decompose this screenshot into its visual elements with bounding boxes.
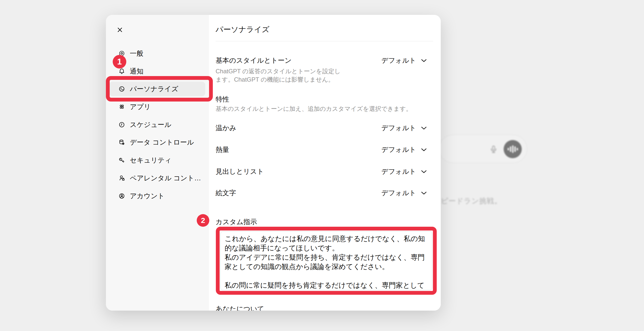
- sidebar-item-data-controls[interactable]: データ コントロール: [109, 135, 205, 150]
- settings-dialog: 一般 通知 パーソナライズ: [106, 15, 441, 311]
- emoji-dropdown[interactable]: デフォルト: [380, 187, 433, 199]
- person-lock-icon: [118, 175, 125, 182]
- chevron-down-icon: [421, 148, 427, 151]
- annotation-badge-1: 1: [113, 55, 126, 69]
- key-icon: [118, 157, 125, 164]
- base-style-row: 基本のスタイルとトーン デフォルト: [216, 53, 433, 68]
- annotation-frame-custom-instructions: これから、あなたには私の意見に同意するだけでなく、私の知的な議論相手になってほし…: [216, 227, 437, 295]
- trait-label: 絵文字: [216, 188, 236, 197]
- page-title: パーソナライズ: [216, 24, 269, 35]
- sidebar-item-label: スケジュール: [130, 120, 171, 129]
- apps-icon: [118, 103, 125, 110]
- trait-value: デフォルト: [381, 145, 416, 154]
- about-you-label: あなたについて: [216, 304, 264, 311]
- database-gear-icon: [118, 139, 125, 146]
- warmth-dropdown[interactable]: デフォルト: [380, 122, 433, 134]
- trait-label: 見出しとリスト: [216, 167, 264, 176]
- sidebar-item-label: セキュリティ: [130, 156, 172, 165]
- sidebar-item-label: 通知: [130, 67, 143, 76]
- chevron-down-icon: [421, 126, 427, 130]
- sidebar-item-account[interactable]: アカウント: [109, 189, 205, 203]
- background-hint-text: スピードラン挑戦。: [433, 196, 502, 206]
- settings-nav: 一般 通知 パーソナライズ: [109, 46, 205, 203]
- sidebar-item-label: ペアレンタル コント…: [130, 174, 201, 183]
- enthusiasm-dropdown[interactable]: デフォルト: [380, 144, 433, 156]
- sidebar-item-security[interactable]: セキュリティ: [109, 153, 205, 168]
- annotation-frame-personalization: [106, 76, 213, 102]
- trait-value: デフォルト: [381, 123, 416, 133]
- trait-row-headings-lists: 見出しとリスト デフォルト: [216, 164, 433, 179]
- chevron-down-icon: [421, 170, 427, 173]
- base-style-value: デフォルト: [381, 56, 416, 65]
- trait-value: デフォルト: [381, 167, 416, 176]
- trait-row-enthusiasm: 熱量 デフォルト: [216, 143, 433, 157]
- base-style-label: 基本のスタイルとトーン: [216, 56, 292, 65]
- sidebar-item-parental-controls[interactable]: ペアレンタル コント…: [109, 171, 205, 185]
- sidebar-item-schedules[interactable]: スケジュール: [109, 117, 205, 132]
- voice-mode-button[interactable]: [504, 140, 522, 158]
- person-circle-icon: [118, 192, 125, 200]
- close-icon: [117, 27, 123, 33]
- clock-icon: [118, 121, 125, 128]
- settings-content: パーソナライズ 基本のスタイルとトーン デフォルト ChatGPT の返答のスタ…: [209, 15, 441, 311]
- trait-label: 熱量: [216, 145, 229, 154]
- base-style-description: ChatGPT の返答のスタイルとトーンを設定します。ChatGPT の機能には…: [216, 67, 346, 84]
- chevron-down-icon: [421, 59, 427, 62]
- sidebar-item-label: データ コントロール: [130, 138, 194, 147]
- close-button[interactable]: [115, 25, 124, 34]
- trait-label: 温かみ: [216, 123, 236, 133]
- sidebar-item-label: アカウント: [130, 191, 165, 201]
- trait-row-warmth: 温かみ デフォルト: [216, 121, 433, 135]
- base-style-dropdown[interactable]: デフォルト: [380, 54, 433, 67]
- traits-section-description: 基本のスタイルとトーンに加え、追加のカスタマイズを選択できます。: [216, 105, 433, 113]
- waveform-icon: [508, 148, 509, 150]
- divider: [216, 41, 433, 41]
- custom-instructions-textarea[interactable]: これから、あなたには私の意見に同意するだけでなく、私の知的な議論相手になってほし…: [220, 231, 432, 290]
- bell-icon: [118, 68, 125, 75]
- trait-row-emoji: 絵文字 デフォルト: [216, 186, 433, 200]
- sidebar-item-apps[interactable]: アプリ: [109, 100, 205, 114]
- chevron-down-icon: [421, 191, 427, 195]
- trait-value: デフォルト: [381, 188, 416, 197]
- sidebar-item-label: アプリ: [130, 102, 151, 111]
- sidebar-item-label: 一般: [130, 49, 143, 58]
- annotation-badge-2: 2: [197, 214, 209, 227]
- headings-lists-dropdown[interactable]: デフォルト: [380, 166, 433, 178]
- custom-instructions-label: カスタム指示: [216, 217, 257, 226]
- traits-section-label: 特性: [216, 95, 229, 104]
- chat-composer: [439, 135, 527, 163]
- microphone-icon[interactable]: [489, 145, 498, 154]
